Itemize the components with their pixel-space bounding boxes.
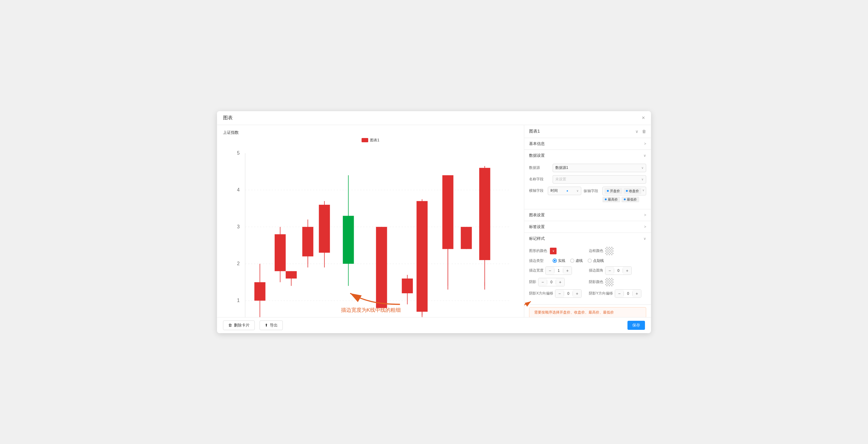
chart-settings-header[interactable]: 图表设置 > <box>524 209 651 221</box>
svg-text:5: 5 <box>237 150 240 155</box>
shadow-color-swatch[interactable] <box>605 278 614 286</box>
shadow-x-plus-btn[interactable]: + <box>573 289 581 298</box>
border-radius-item: 描边圆角 − 0 + <box>589 266 646 275</box>
panel-header: 图表1 ∨ 🗑 <box>524 125 651 138</box>
datasource-value: 数据源1 <box>555 165 568 170</box>
tag-dot-icon2 <box>626 190 628 192</box>
shadow-plus-btn[interactable]: + <box>556 278 564 286</box>
svg-rect-40 <box>442 175 454 249</box>
basic-info-header[interactable]: 基本信息 > <box>524 138 651 149</box>
x-axis-info-icon: ● <box>566 189 568 193</box>
modal: 图表 × 上证指数 图表1 5 4 3 <box>217 111 651 333</box>
save-button[interactable]: 保存 <box>627 321 645 330</box>
svg-rect-23 <box>286 271 297 278</box>
x-axis-select[interactable]: 时间 ● ∨ <box>548 187 581 195</box>
modal-body: 上证指数 图表1 5 4 3 2 1 0 <box>217 125 651 317</box>
y-axis-tag-container[interactable]: 开盘价 收盘价 ∨ <box>602 187 646 196</box>
radio-solid[interactable]: 实线 <box>553 258 565 263</box>
legend-color-swatch <box>362 138 368 142</box>
radio-solid-label: 实线 <box>558 258 565 263</box>
name-field-row: 名称字段 未设置 ∨ <box>529 175 646 184</box>
border-type-row: 描边类型 实线 虚线 <box>529 258 646 263</box>
chart-settings-chevron: > <box>644 213 646 217</box>
close-button[interactable]: × <box>642 115 645 120</box>
svg-rect-37 <box>416 201 428 312</box>
border-width-minus-btn[interactable]: − <box>546 266 554 275</box>
footer-left-actions: 🗑 删除卡片 ⬆ 导出 <box>223 321 283 330</box>
border-radius-stepper[interactable]: − 0 + <box>605 266 632 275</box>
border-radius-label: 描边圆角 <box>589 268 603 273</box>
marker-style-title: 标记样式 <box>529 236 545 241</box>
modal-header: 图表 × <box>217 111 651 125</box>
shadow-y-stepper[interactable]: − 0 + <box>615 289 641 298</box>
shadow-x-minus-btn[interactable]: − <box>555 289 564 298</box>
border-width-label: 描边宽度 <box>529 268 544 273</box>
chart-legend: 图表1 <box>223 138 518 143</box>
marker-style-body: 图形的颜色 ∨ 边框颜色 <box>524 244 651 304</box>
y-axis-container: 纵轴字段 开盘价 收盘价 <box>584 187 646 202</box>
border-radius-value: 0 <box>614 268 623 273</box>
annotation-text: 需要按顺序选择开盘价、收盘价、最高价、最低价 <box>534 310 614 315</box>
name-field-arrow-icon: ∨ <box>641 178 644 181</box>
legend-label: 图表1 <box>370 138 379 143</box>
x-axis-row: 横轴字段 时间 ● ∨ <box>529 187 581 195</box>
panel-collapse-icon[interactable]: ∨ <box>635 129 638 134</box>
delete-card-button[interactable]: 🗑 删除卡片 <box>223 321 255 330</box>
y-axis-extra-tags: 最高价 最低价 <box>602 197 646 202</box>
shadow-y-plus-btn[interactable]: + <box>632 289 641 298</box>
label-settings-title: 标签设置 <box>529 224 545 230</box>
x-axis-label: 横轴字段 <box>529 188 546 193</box>
datasource-arrow-icon: ∨ <box>641 166 644 170</box>
export-button[interactable]: ⬆ 导出 <box>259 321 283 330</box>
shadow-label: 阴影 <box>529 279 536 285</box>
svg-rect-45 <box>479 168 490 260</box>
border-radius-minus-btn[interactable]: − <box>606 266 614 275</box>
shadow-value: 0 <box>547 280 556 284</box>
tag-high-label: 最高价 <box>608 197 618 202</box>
marker-style-chevron: ∨ <box>644 237 646 241</box>
panel-delete-icon[interactable]: 🗑 <box>642 129 646 134</box>
svg-rect-19 <box>254 282 266 300</box>
name-field-select[interactable]: 未设置 ∨ <box>553 175 646 184</box>
tag-close-label: 收盘价 <box>629 189 639 193</box>
panel-actions: ∨ 🗑 <box>635 129 646 134</box>
modal-title: 图表 <box>223 115 233 121</box>
border-color-swatch[interactable] <box>605 247 614 255</box>
shape-color-inner: ∨ <box>550 248 557 254</box>
shape-color-swatch[interactable]: ∨ <box>549 247 557 255</box>
basic-info-section: 基本信息 > <box>524 138 651 150</box>
tag-open-price: 开盘价 <box>604 188 622 194</box>
marker-style-header[interactable]: 标记样式 ∨ <box>524 233 651 244</box>
data-settings-title: 数据设置 <box>529 153 545 158</box>
datasource-select[interactable]: 数据源1 ∨ <box>553 164 646 172</box>
radio-dotted[interactable]: 点划线 <box>588 258 604 263</box>
x-axis-arrow-icon: ∨ <box>577 189 579 193</box>
basic-info-title: 基本信息 <box>529 141 545 147</box>
shadow-stepper[interactable]: − 0 + <box>538 278 565 286</box>
shape-color-item: 图形的颜色 ∨ <box>529 247 586 255</box>
y-axis-arrow-icon: ∨ <box>642 188 644 192</box>
tag-low-price: 最低价 <box>621 197 639 202</box>
label-settings-header[interactable]: 标签设置 > <box>524 221 651 233</box>
svg-rect-42 <box>461 227 472 249</box>
radio-dashed[interactable]: 虚线 <box>570 258 583 263</box>
shadow-color-label: 阴影颜色 <box>589 279 603 285</box>
shadow-minus-btn[interactable]: − <box>538 278 547 286</box>
svg-text:2: 2 <box>237 261 240 266</box>
tag-dot-icon3 <box>605 199 607 200</box>
marker-style-section: 标记样式 ∨ 图形的颜色 ∨ <box>524 233 651 305</box>
svg-rect-21 <box>275 234 286 271</box>
shadow-item: 阴影 − 0 + <box>529 278 586 286</box>
border-width-plus-btn[interactable]: + <box>563 266 571 275</box>
border-radius-plus-btn[interactable]: + <box>623 266 631 275</box>
radio-dotted-label: 点划线 <box>593 258 604 263</box>
shadow-y-minus-btn[interactable]: − <box>615 289 623 298</box>
radio-dashed-circle <box>570 259 574 263</box>
shadow-y-item: 阴影Y方向偏移 − 0 + <box>589 289 646 298</box>
data-settings-header[interactable]: 数据设置 ∨ <box>524 150 651 161</box>
radio-dashed-label: 虚线 <box>576 258 583 263</box>
shadow-x-stepper[interactable]: − 0 + <box>555 289 582 298</box>
svg-rect-32 <box>376 227 387 308</box>
border-width-stepper[interactable]: − 1 + <box>546 266 572 275</box>
tag-low-label: 最低价 <box>627 197 637 202</box>
